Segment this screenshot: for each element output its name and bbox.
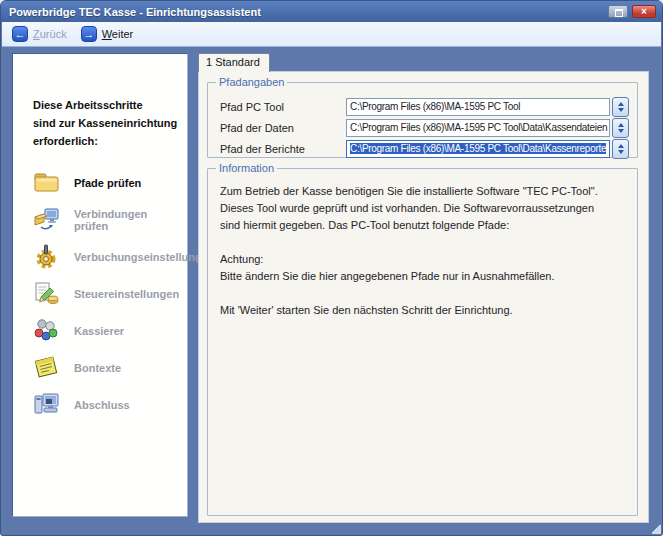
step-label: Bontexte (74, 362, 121, 374)
gear-icon (33, 243, 60, 270)
info-line (220, 234, 627, 251)
resize-grip[interactable] (652, 525, 661, 534)
window-title: Powerbridge TEC Kasse - Einrichtungsassi… (9, 6, 608, 18)
daten-path-label: Pfad der Daten (220, 122, 346, 134)
sticky-note-icon (33, 354, 60, 381)
info-line: Bitte ändern Sie die hier angegebenen Pf… (220, 268, 627, 285)
daten-path-input[interactable]: C:\Program Files (x86)\MA-1595 PC Tool\D… (346, 119, 610, 137)
field-row-pc-tool: Pfad PC Tool C:\Program Files (x86)\MA-1… (220, 96, 629, 117)
step-kassierer: Kassierer (33, 312, 181, 349)
information-text: Zum Betrieb der Kasse benötigen Sie die … (208, 169, 637, 319)
window-controls (608, 5, 656, 18)
pfadangaben-groupbox: Pfadangaben Pfad PC Tool C:\Program File… (207, 82, 638, 158)
info-line: Mit 'Weiter' starten Sie den nächsten Sc… (220, 302, 627, 319)
step-verbindungen-pruefen: Verbindungen prüfen (33, 201, 181, 238)
connections-icon (33, 206, 60, 233)
info-line: Achtung: (220, 251, 627, 268)
close-icon[interactable] (632, 5, 656, 18)
field-row-berichte: Pfad der Berichte C:\Program Files (x86)… (220, 138, 629, 159)
content-area: Diese Arbeitsschritte sind zur Kassenein… (4, 47, 659, 531)
pc-tool-path-input[interactable]: C:\Program Files (x86)\MA-1595 PC Tool (346, 98, 610, 116)
info-line (220, 285, 627, 302)
folder-icon (33, 169, 60, 196)
step-verbuchungseinstellungen: Verbuchungseinstellungen (33, 238, 181, 275)
info-line: sind hiermit gegeben. Das PC-Tool benutz… (220, 217, 627, 234)
step-bontexte: Bontexte (33, 349, 181, 386)
info-line: Dieses Tool wurde geprüft und ist vorhan… (220, 200, 627, 217)
next-button-label: Weiter (102, 28, 134, 40)
main-area: 1 Standard Pfadangaben Pfad PC Tool C:\P… (198, 53, 649, 523)
steps-sidebar: Diese Arbeitsschritte sind zur Kassenein… (12, 53, 188, 517)
sidebar-intro-line: erforderlich: (33, 132, 181, 150)
wizard-toolbar: Zurück Weiter (2, 22, 661, 47)
next-button[interactable]: Weiter (81, 26, 134, 42)
step-label: Steuereinstellungen (74, 288, 179, 300)
tax-document-icon (33, 280, 60, 307)
step-label: Abschluss (74, 399, 130, 411)
step-steuereinstellungen: Steuereinstellungen (33, 275, 181, 312)
back-button-label: Zurück (33, 28, 67, 40)
standard-panel: Pfadangaben Pfad PC Tool C:\Program File… (198, 71, 649, 523)
information-legend: Information (216, 162, 277, 174)
pc-tool-path-label: Pfad PC Tool (220, 101, 346, 113)
step-pfade-pruefen: Pfade prüfen (33, 164, 181, 201)
restore-icon[interactable] (608, 5, 628, 18)
pfadangaben-legend: Pfadangaben (216, 76, 287, 88)
computer-icon (33, 391, 60, 418)
tab-standard[interactable]: 1 Standard (198, 53, 270, 72)
arrow-right-icon (81, 26, 97, 42)
step-label: Kassierer (74, 325, 124, 337)
step-label: Pfade prüfen (74, 177, 141, 189)
step-abschluss: Abschluss (33, 386, 181, 423)
step-label: Verbuchungseinstellungen (74, 251, 215, 263)
steps-list: Pfade prüfen (33, 164, 181, 423)
berichte-path-input[interactable]: C:\Program Files (x86)\MA-1595 PC Tool\D… (346, 140, 610, 158)
app-window: Powerbridge TEC Kasse - Einrichtungsassi… (0, 0, 663, 536)
sidebar-intro-line: Diese Arbeitsschritte (33, 96, 181, 114)
sidebar-intro-line: sind zur Kasseneinrichtung (33, 114, 181, 132)
users-icon (33, 317, 60, 344)
step-label: Verbindungen prüfen (74, 208, 181, 232)
back-button[interactable]: Zurück (12, 26, 67, 42)
daten-path-spinner[interactable] (612, 118, 629, 138)
arrow-left-icon (12, 26, 28, 42)
pc-tool-path-spinner[interactable] (612, 97, 629, 117)
information-groupbox: Information Zum Betrieb der Kasse benöti… (207, 168, 638, 516)
berichte-path-spinner[interactable] (612, 139, 629, 159)
titlebar[interactable]: Powerbridge TEC Kasse - Einrichtungsassi… (1, 1, 662, 22)
field-row-daten: Pfad der Daten C:\Program Files (x86)\MA… (220, 117, 629, 138)
info-line: Zum Betrieb der Kasse benötigen Sie die … (220, 183, 627, 200)
berichte-path-label: Pfad der Berichte (220, 143, 346, 155)
path-fields: Pfad PC Tool C:\Program Files (x86)\MA-1… (208, 83, 637, 159)
